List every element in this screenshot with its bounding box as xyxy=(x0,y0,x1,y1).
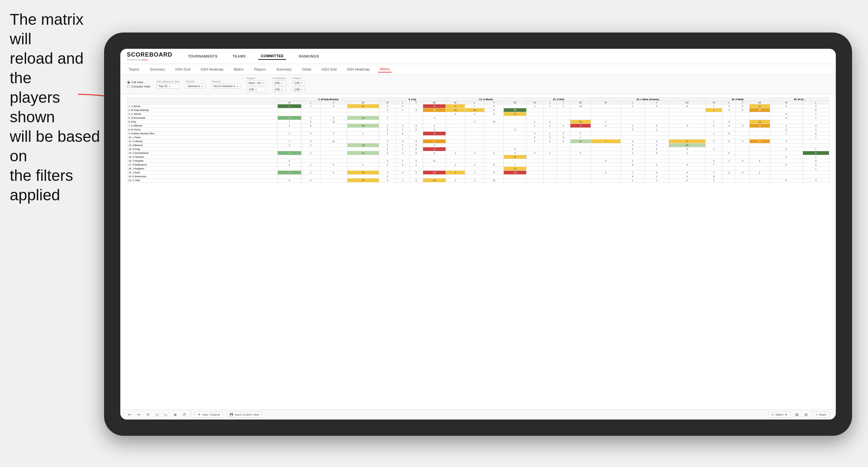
player-name-cell[interactable]: 12. A Bianchi xyxy=(127,144,278,147)
matrix-cell: 2 xyxy=(645,147,669,151)
player-name-cell[interactable]: 17. D Ballesteros xyxy=(127,163,278,167)
subnav-matrix2[interactable]: Matrix xyxy=(378,66,392,72)
matrix-cell xyxy=(396,112,409,116)
matrix-cell: 1 xyxy=(301,171,320,175)
player-name-cell[interactable]: 15. H Stranda xyxy=(127,155,278,159)
matrix-cell xyxy=(465,116,484,120)
matrix-cell xyxy=(445,167,465,171)
forward-icon[interactable]: ▷ xyxy=(163,412,168,417)
undo-icon[interactable]: ↩ xyxy=(127,412,132,417)
refresh-icon[interactable]: ↺ xyxy=(145,412,150,417)
matrix-cell: 1 xyxy=(591,139,621,144)
division-select[interactable]: NCAA Division II ▼ xyxy=(212,84,240,89)
matrix-cell xyxy=(543,112,557,116)
matrix-cell: 0 xyxy=(484,104,503,108)
matrix-cell xyxy=(749,144,770,147)
layout-icon[interactable]: ⊞ xyxy=(795,412,800,417)
matrix-cell xyxy=(543,147,557,151)
player-name-cell[interactable]: 3. S Jelinek xyxy=(127,112,278,116)
save-custom-button[interactable]: 💾 Save Custom View xyxy=(227,412,262,417)
watch-button[interactable]: ⊙ Watch ▼ xyxy=(769,412,790,417)
subnav-h2h-grid2[interactable]: H2H Grid xyxy=(320,66,339,72)
player-name-cell[interactable]: 6. A Dy xyxy=(127,120,278,124)
subnav-h2h-heatmap2[interactable]: H2H Heatmap xyxy=(345,66,372,72)
players-sub-select[interactable]: (All) ▼ xyxy=(292,87,305,92)
nav-teams[interactable]: TEAMS xyxy=(230,53,248,60)
gender-chevron-icon: ▼ xyxy=(201,85,203,88)
matrix-cell: 1 xyxy=(301,163,320,167)
conference-select[interactable]: (All) ▼ xyxy=(273,80,286,86)
subnav-h2h-heatmap[interactable]: H2H Heatmap xyxy=(199,66,225,72)
subnav-h2h-grid[interactable]: H2H Grid xyxy=(173,66,192,72)
full-view-radio[interactable] xyxy=(127,81,130,84)
clock-icon[interactable]: ⏱ xyxy=(182,412,187,417)
subnav-summary[interactable]: Summary xyxy=(148,66,167,72)
matrix-cell xyxy=(465,167,484,171)
sub-w: W xyxy=(705,101,722,104)
sub-w: W xyxy=(445,101,465,104)
matrix-cell xyxy=(570,116,591,120)
matrix-cell xyxy=(320,159,347,163)
matrix-cell: 3 xyxy=(749,159,770,163)
player-name-cell[interactable]: 20. E Andersson xyxy=(127,175,278,179)
subnav-summary2[interactable]: Summary xyxy=(275,66,294,72)
matrix-cell: 1 xyxy=(396,179,409,182)
conference-sub-select[interactable]: (All) ▼ xyxy=(273,87,286,92)
matrix-cell xyxy=(320,108,347,112)
player-name-cell[interactable]: 7. O Mitchell xyxy=(127,124,278,128)
matrix-cell: 0 xyxy=(736,139,749,144)
grid-icon[interactable]: ⊟ xyxy=(804,412,809,417)
matrix-cell: 2 xyxy=(749,171,770,175)
matrix-cell: 0 xyxy=(409,159,423,163)
region-sub-select[interactable]: (All) ▼ xyxy=(247,87,266,92)
subnav-players[interactable]: Players xyxy=(252,66,268,72)
player-name-cell[interactable]: 18. J Hodgson xyxy=(127,167,278,171)
players-sub-chevron-icon: ▼ xyxy=(301,89,303,91)
gender-select[interactable]: Women's ▼ xyxy=(186,84,205,89)
players-select[interactable]: (All) ▼ xyxy=(292,80,305,86)
player-name-cell[interactable]: 8. M Torres xyxy=(127,128,278,132)
col-header-schumac: 23. L Marie Schumac. xyxy=(591,98,706,101)
compact-view-radio[interactable] xyxy=(127,85,130,88)
matrix-cell xyxy=(570,155,591,159)
nav-committee[interactable]: COMMITTEE xyxy=(258,53,286,60)
player-name-cell[interactable]: 9. A Maria Jimenez Rios xyxy=(127,132,278,135)
nav-tournaments[interactable]: TOURNAMENTS xyxy=(185,53,220,60)
player-name-cell[interactable]: 21. O Stoll xyxy=(127,179,278,182)
subnav-detail[interactable]: Detail xyxy=(300,66,313,72)
matrix-cell: 0 xyxy=(409,124,423,128)
region-select[interactable]: East - DII ▼ xyxy=(247,80,266,86)
player-name-cell[interactable]: 11. G Woods xyxy=(127,139,278,144)
player-name-cell[interactable]: 13. N Klug xyxy=(127,147,278,151)
logo: SCOREBOARD Powered by clippd xyxy=(127,51,173,61)
zoom-icon[interactable]: ⊕ xyxy=(173,412,178,417)
subnav-teams[interactable]: Teams xyxy=(127,66,141,72)
player-name-cell[interactable]: 16. X Mcgaha xyxy=(127,159,278,163)
subnav-matrix[interactable]: Matrix xyxy=(232,66,246,72)
player-name-cell[interactable]: 5. A Nomrowski xyxy=(127,116,278,120)
share-button[interactable]: ⎋ Share xyxy=(813,412,829,417)
max-players-label: Max players in view xyxy=(157,80,180,83)
matrix-table: 2. M Kelly Mulcahy 6. A Dy 11. G Woods 2… xyxy=(127,98,829,182)
compact-view-option[interactable]: Compact View xyxy=(127,85,150,88)
view-original-button[interactable]: 👁 View: Original xyxy=(195,412,223,417)
full-view-option[interactable]: Full View xyxy=(127,81,150,84)
player-name-cell[interactable]: 2. M Kelly Mulcahy xyxy=(127,108,278,112)
max-players-select[interactable]: Top 25 ▼ xyxy=(157,84,180,89)
player-name-cell[interactable]: 1. J Garcia xyxy=(127,104,278,108)
player-name-cell[interactable]: 19. J Kanh xyxy=(127,171,278,175)
logo-powered: Powered by clippd xyxy=(127,58,173,61)
matrix-cell xyxy=(409,167,423,171)
player-name-cell[interactable]: 10. L Perini xyxy=(127,135,278,139)
matrix-cell xyxy=(484,147,503,151)
matrix-cell: 0 xyxy=(669,163,705,167)
nav-rankings[interactable]: RANKINGS xyxy=(296,53,322,60)
matrix-cell: 4 xyxy=(543,120,557,124)
matrix-cell xyxy=(503,144,526,147)
matrix-cell xyxy=(423,163,445,167)
matrix-cell xyxy=(557,155,570,159)
back-icon[interactable]: ◁ xyxy=(154,412,159,417)
matrix-cell: 0 xyxy=(379,128,396,132)
player-name-cell[interactable]: 14. S Srichantamit xyxy=(127,151,278,155)
redo-icon[interactable]: ↪ xyxy=(136,412,141,417)
